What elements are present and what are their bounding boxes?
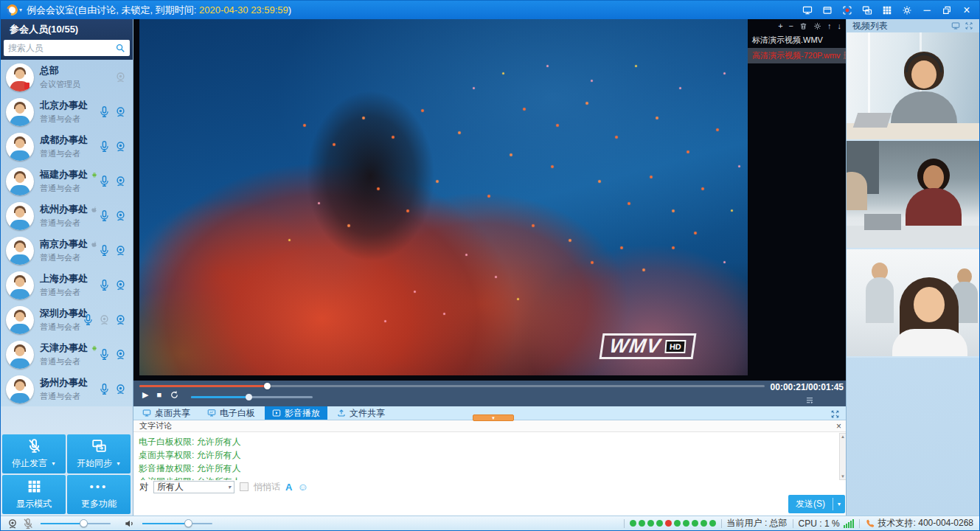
playlist-item-selected[interactable]: 高清演示视频-720P.wmv 删除 [748,48,847,63]
video-canvas[interactable]: WMV HD [139,19,748,375]
expand-icon[interactable] [965,21,973,30]
slider-handle[interactable] [184,519,192,527]
start-sync-button[interactable]: 开始同步▼ [67,434,131,473]
participant-row[interactable]: 南京办事处 普通与会者 [1,233,133,268]
display-mode-button[interactable]: 显示模式 [2,475,66,514]
speaker-volume-slider[interactable] [142,523,212,524]
mic-icon[interactable] [98,279,111,291]
webcam-icon[interactable] [114,279,127,291]
search-input[interactable] [8,43,112,53]
webcam-status-icon[interactable] [7,518,18,530]
move-up-icon[interactable]: ↑ [827,22,832,30]
mic-icon[interactable] [98,383,111,395]
webcam-icon[interactable] [114,313,127,326]
dropdown-caret-icon[interactable]: ▼ [116,461,121,466]
mic-icon[interactable] [98,348,111,361]
whisper-checkbox[interactable] [240,482,249,491]
scroll-down-icon[interactable]: ▼ [841,474,845,479]
tab-file-share[interactable]: 文件共享 [330,406,392,420]
tab-whiteboard[interactable]: 电子白板 [200,406,263,420]
chat-input-area[interactable]: 发送(S) ▼ [133,493,847,516]
webcam-icon[interactable] [114,105,127,118]
tab-desktop-share[interactable]: 桌面共享 [135,406,198,420]
playlist-item[interactable]: 标清演示视频.WMV [748,32,847,48]
webcam-icon[interactable] [114,244,127,257]
chat-collapse-handle[interactable]: ▼ [473,414,514,421]
mic-icon[interactable] [82,313,94,326]
remove-media-icon[interactable]: − [789,22,793,30]
video-wall-icon[interactable] [951,21,960,30]
recipient-select[interactable]: 所有人 ▾ [153,481,234,493]
app-menu-chevron-icon[interactable]: ▾ [19,7,22,13]
sync-screens-icon[interactable] [861,4,874,17]
participant-row[interactable]: 福建办事处 普通与会者 [1,164,133,198]
webcam-icon[interactable] [114,175,127,187]
webcam-off-icon[interactable] [98,313,111,326]
chat-message: 会议同步权限: 允许所有人 [139,475,833,480]
slider-handle[interactable] [80,519,88,527]
grid-icon [27,479,42,494]
app-logo-icon[interactable] [4,2,19,17]
video-thumbnail[interactable] [847,249,979,358]
video-thumbnail[interactable] [847,141,979,249]
play-button[interactable]: ▶ [142,391,148,399]
chat-close-icon[interactable]: × [836,422,841,431]
close-button[interactable]: × [960,4,973,17]
stop-speaking-button[interactable]: 停止发言▼ [2,434,66,473]
window-mode-icon[interactable] [821,4,834,17]
participant-row[interactable]: 总部 会议管理员 [1,60,133,94]
mic-muted-status-icon[interactable] [22,518,34,530]
stop-button[interactable]: ■ [156,391,161,399]
fullscreen-icon[interactable] [830,409,840,418]
webcam-icon[interactable] [114,209,127,222]
move-down-icon[interactable]: ↓ [838,22,842,30]
webcam-icon[interactable] [114,71,127,83]
replay-button[interactable] [170,390,179,400]
mic-icon[interactable] [98,209,111,222]
volume-handle[interactable] [246,394,252,400]
participant-row[interactable]: 扬州办事处 普通与会者 [1,372,133,406]
add-media-icon[interactable]: + [778,22,782,30]
scroll-up-icon[interactable]: ▲ [841,434,845,439]
video-thumbnail[interactable] [847,32,979,141]
participant-row[interactable]: 杭州办事处 普通与会者 [1,198,133,233]
maximize-restore-button[interactable] [940,4,953,17]
playback-progress-bar[interactable] [139,385,765,387]
player-volume-slider[interactable] [191,396,313,398]
file-share-icon [337,409,346,417]
send-button[interactable]: 发送(S) ▼ [788,495,845,513]
webcam-icon[interactable] [114,383,127,395]
mic-icon[interactable] [98,175,111,187]
minimize-button[interactable]: ─ [920,4,934,17]
participant-row[interactable]: 深圳办事处 普通与会者 [1,302,133,337]
font-style-icon[interactable]: A [285,482,292,493]
dropdown-caret-icon[interactable]: ▼ [51,461,56,466]
progress-handle[interactable] [264,383,271,389]
playlist-toggle-icon[interactable] [804,395,815,403]
participant-row[interactable]: 天津办事处 普通与会者 [1,337,133,372]
send-options-caret-icon[interactable]: ▼ [833,502,845,507]
participant-role: 普通与会者 [40,287,88,298]
webcam-icon[interactable] [114,348,127,361]
mic-icon[interactable] [98,105,111,118]
tab-media-playback[interactable]: 影音播放 [265,406,327,420]
record-icon[interactable] [841,4,854,17]
layout-grid-icon[interactable] [880,4,894,17]
mic-icon[interactable] [98,244,111,257]
participant-row[interactable]: 北京办事处 普通与会者 [1,94,133,129]
webcam-icon[interactable] [114,140,127,153]
mic-icon[interactable] [98,140,111,153]
search-icon[interactable] [115,43,125,53]
participant-row[interactable]: 成都办事处 普通与会者 [1,129,133,164]
more-functions-button[interactable]: ••• 更多功能 [67,475,131,514]
settings-gear-icon[interactable] [900,4,914,17]
mic-volume-slider[interactable] [41,523,111,524]
playlist-settings-gear-icon[interactable] [813,22,821,30]
participant-search[interactable] [4,40,130,56]
participant-row[interactable]: 上海办事处 普通与会者 [1,268,133,302]
participant-info: 杭州办事处 普通与会者 [40,203,98,229]
speaker-icon[interactable] [124,518,136,530]
trash-icon[interactable] [799,22,807,30]
emoji-icon[interactable]: ☺ [297,482,307,492]
desktop-share-icon[interactable] [801,4,814,17]
